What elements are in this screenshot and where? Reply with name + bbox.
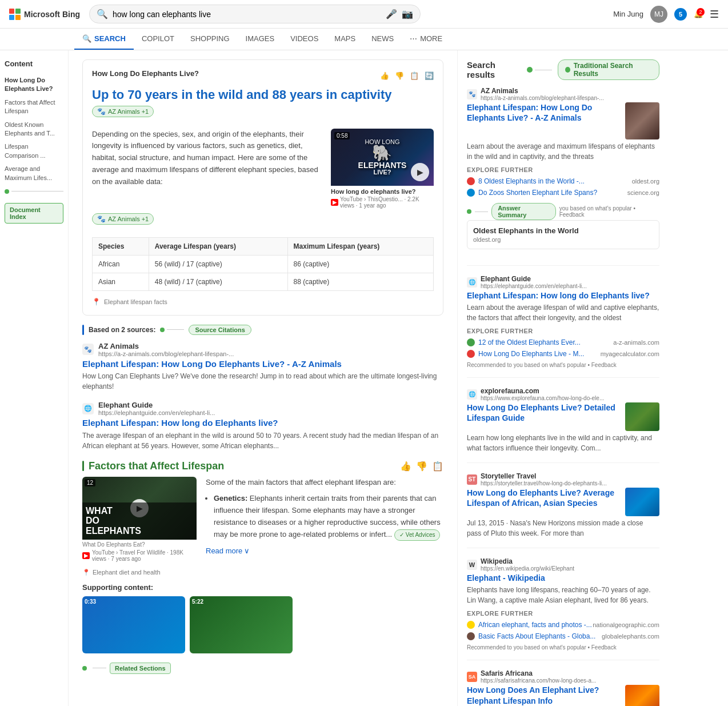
tab-more[interactable]: ⋯ MORE [402, 29, 450, 50]
explore-text-5: African elephant, facts and photos -... [478, 621, 592, 629]
answer-footer: 📍 Elephant lifespan facts [92, 298, 434, 306]
search-bar: 🔍 🎤 📷 [89, 5, 421, 23]
table-header-max: Maximum Lifespan (years) [287, 237, 433, 255]
r-ef-title-row: How Long Do Elephants Live? Detailed Lif… [467, 402, 659, 431]
source-citations-badge[interactable]: Source Citations [189, 325, 251, 335]
r-sa-site: Safaris Africana [481, 669, 596, 677]
factor-intro: Some of the main factors that affect ele… [206, 477, 443, 489]
reward-badge: 5 [674, 8, 687, 21]
mini-thumb-1[interactable]: 0:33 [82, 596, 185, 653]
r-ef-title[interactable]: How Long Do Elephants Live? Detailed Lif… [467, 402, 621, 423]
r-wiki-header: W Wikipedia https://en.wikipedia.org/wik… [467, 557, 659, 572]
sr-title: Search results [467, 60, 521, 79]
r-wiki-explore-link-2[interactable]: Basic Facts About Elephants - Globa... [467, 632, 602, 640]
sidebar-item-1[interactable]: Factors that Affect Lifespan [5, 96, 63, 118]
avatar: MJ [650, 6, 667, 23]
ms-logo-squares [9, 9, 21, 20]
search-tab-label: SEARCH [94, 34, 126, 43]
r-ef-url: https://www.explorefauna.com/how-long-do… [481, 395, 604, 401]
answer-video-thumb[interactable]: 0:58 HOW LONG 🐘 ELEPHANTS LIVE? ▶ How lo… [331, 129, 434, 209]
tab-videos[interactable]: VIDEOS [282, 29, 326, 50]
video-source: ▶ YouTube › ThisQuestio... · 2.2K views … [331, 196, 434, 209]
video-title: How long do elephants live? [331, 186, 434, 196]
video-overlay-text: HOW LONG 🐘 ELEPHANTS LIVE? [358, 139, 407, 175]
r-eg-explore-link-2[interactable]: How Long Do Elephants Live - M... [467, 350, 601, 358]
tsr-label: Traditional Search Results [574, 62, 652, 78]
r-sa-title[interactable]: How Long Does An Elephant Live? Elephant… [467, 685, 621, 705]
r-wiki-site: Wikipedia [481, 557, 574, 565]
search-input[interactable] [113, 10, 381, 19]
factor-list: Genetics: Elephants inherit certain trai… [206, 493, 443, 540]
r-az-title[interactable]: Elephant Lifespan: How Long Do Elephants… [467, 102, 621, 123]
tab-search[interactable]: 🔍 SEARCH [74, 29, 134, 50]
explore-icon-3 [467, 338, 475, 346]
r-wiki-url: https://en.wikipedia.org/wiki/Elephant [481, 565, 574, 572]
tab-images[interactable]: IMAGES [238, 29, 283, 50]
r-eg-desc: Learn about the average lifespan of wild… [467, 302, 659, 323]
r-eg-icon: 🌐 [467, 277, 477, 288]
factors-thumbsup-icon[interactable]: 👍 [400, 461, 411, 472]
hamburger-menu[interactable]: ☰ [710, 8, 719, 21]
tab-news[interactable]: NEWS [363, 29, 402, 50]
mini-thumb-2[interactable]: 5:22 [190, 596, 293, 653]
refresh-icon[interactable]: 🔄 [425, 71, 434, 80]
tab-copilot[interactable]: COPILOT [134, 29, 182, 50]
sidebar-item-2[interactable]: Oldest Known Elephants and T... [5, 118, 63, 141]
factors-thumbsdown-icon[interactable]: 👎 [416, 461, 427, 472]
r-item-az: 🐾 AZ Animals https://a-z-animals.com/blo… [467, 87, 659, 266]
r-sa-header: SA Safaris Africana https://safarisafric… [467, 669, 659, 684]
r-sa-image [625, 685, 659, 706]
factor-video[interactable]: 12 ▶ WHATDOELEPHANTS What Do Elephants E… [82, 477, 197, 562]
r-az-explore-link-1[interactable]: 8 Oldest Elephants in the World -... [467, 177, 632, 185]
max-asian: 88 (captive) [287, 273, 433, 290]
factors-actions: 👍 👎 📋 [400, 461, 443, 472]
tab-maps[interactable]: MAPS [326, 29, 363, 50]
sidebar-item-3[interactable]: Lifespan Comparison ... [5, 140, 63, 162]
r-wiki-title[interactable]: Elephant - Wikipedia [467, 573, 659, 583]
share-icon[interactable]: 📋 [410, 71, 419, 80]
tab-shopping[interactable]: SHOPPING [182, 29, 238, 50]
r-eg-title[interactable]: Elephant Lifespan: How long do Elephants… [467, 290, 659, 301]
sidebar-item-0[interactable]: How Long Do Elephants Live? [5, 74, 63, 96]
r-eg-explore-link-1[interactable]: 12 of the Oldest Elephants Ever... [467, 338, 613, 346]
r-st-icon: ST [467, 474, 477, 485]
news-tab-label: NEWS [371, 34, 394, 43]
mic-icon[interactable]: 🎤 [386, 9, 397, 19]
r-ef-header: 🌐 explorefauna.com https://www.explorefa… [467, 387, 659, 401]
r-eg-header: 🌐 Elephant Guide https://elephantguide.c… [467, 275, 659, 289]
doc-index-button[interactable]: Document Index [5, 203, 63, 224]
thumbs-up-icon[interactable]: 👍 [380, 71, 389, 80]
vet-badge[interactable]: ✓ Vet Advices [394, 529, 441, 541]
r-eg-site: Elephant Guide [481, 275, 587, 283]
doc-index-dot [5, 189, 9, 194]
camera-icon[interactable]: 📷 [402, 9, 413, 19]
r-ef-image [625, 402, 659, 431]
explore-domain-3: a-z-animals.com [613, 339, 659, 346]
more-icon: ⋯ [410, 34, 417, 43]
r-wiki-explore-link-1[interactable]: African elephant, facts and photos -... [467, 621, 593, 629]
r-st-img-bg [625, 488, 659, 516]
r-az-explore-link-2[interactable]: Do Zoos Shorten Elephant Life Spans? [467, 189, 627, 197]
r-st-title[interactable]: How Long do Elephants Live? Average Life… [467, 488, 621, 508]
read-more-button[interactable]: Read more ∨ [206, 545, 443, 557]
eg-source-title[interactable]: Elephant Lifespan: How long do Elephants… [82, 417, 443, 429]
answer-source-badge2[interactable]: 🐾 AZ Animals +1 [92, 213, 154, 225]
notif-badge[interactable]: 🔔 2 [694, 10, 703, 18]
r-eg-explore-2: How Long Do Elephants Live - M... myagec… [467, 348, 659, 360]
video-play-button[interactable]: ▶ [411, 163, 429, 181]
explore-text-6: Basic Facts About Elephants - Globa... [478, 632, 595, 640]
species-african: African [93, 255, 149, 273]
oldest-card-sub: oldest.org [473, 236, 653, 243]
az-animals-icon2: 🐾 [97, 215, 106, 223]
r-az-image [625, 102, 659, 139]
answer-source-badge[interactable]: 🐾 AZ Animals +1 [92, 106, 154, 117]
az-source-title[interactable]: Elephant Lifespan: How Long Do Elephants… [82, 358, 443, 370]
factors-share-icon[interactable]: 📋 [432, 461, 443, 472]
thumbs-down-icon[interactable]: 👎 [395, 71, 404, 80]
sr-header: Search results Traditional Search Result… [467, 59, 659, 80]
mini-thumb-2-bg: 5:22 [190, 596, 293, 653]
sidebar-item-4[interactable]: Average and Maximum Lifes... [5, 162, 63, 185]
az-animals-icon: 🐾 [97, 107, 106, 115]
eg-site-icon: 🌐 [82, 403, 94, 414]
oldest-card-title: Oldest Elephants in the World [473, 226, 653, 235]
